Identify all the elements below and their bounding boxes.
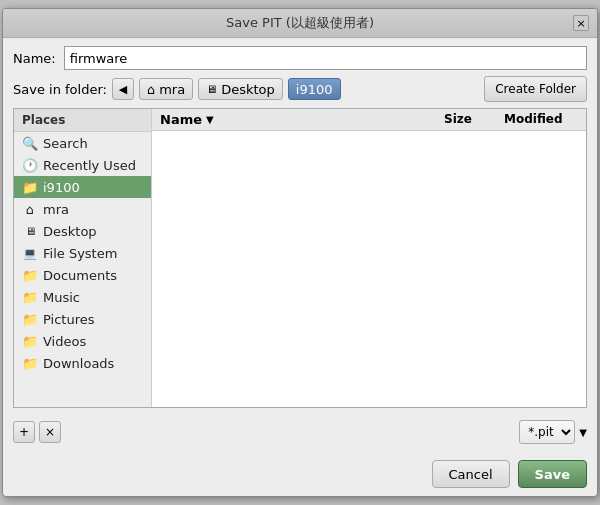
places-panel: Places 🔍 Search 🕐 Recently Used 📁 i9100 … (14, 109, 152, 407)
action-buttons: Cancel Save (3, 454, 597, 496)
pictures-icon: 📁 (22, 311, 38, 327)
add-place-button[interactable]: + (13, 421, 35, 443)
filesystem-icon: 💻 (22, 245, 38, 261)
sort-icon: ▼ (206, 114, 214, 125)
col-modified-header[interactable]: Modified (496, 109, 586, 130)
places-item-recently-used[interactable]: 🕐 Recently Used (14, 154, 151, 176)
titlebar: Save PIT (以超級使用者) × (3, 9, 597, 38)
name-input[interactable] (64, 46, 587, 70)
places-search-label: Search (43, 136, 88, 151)
folder-label: Save in folder: (13, 82, 107, 97)
search-icon: 🔍 (22, 135, 38, 151)
places-item-filesystem[interactable]: 💻 File System (14, 242, 151, 264)
folder-i9100-icon: 📁 (22, 179, 38, 195)
places-desktop-label: Desktop (43, 224, 97, 239)
downloads-icon: 📁 (22, 355, 38, 371)
save-dialog: Save PIT (以超級使用者) × Name: Save in folder… (2, 8, 598, 497)
breadcrumb-desktop-label: Desktop (221, 82, 275, 97)
breadcrumb-mra[interactable]: ⌂ mra (139, 78, 193, 100)
filter-dropdown-icon: ▼ (579, 427, 587, 438)
filter-area: *.pit *.* ▼ (519, 420, 587, 444)
places-i9100-label: i9100 (43, 180, 80, 195)
recently-used-icon: 🕐 (22, 157, 38, 173)
back-button[interactable]: ◀ (112, 78, 134, 100)
places-item-pictures[interactable]: 📁 Pictures (14, 308, 151, 330)
close-button[interactable]: × (573, 15, 589, 31)
documents-icon: 📁 (22, 267, 38, 283)
files-content (152, 131, 586, 407)
places-item-search[interactable]: 🔍 Search (14, 132, 151, 154)
places-filesystem-label: File System (43, 246, 117, 261)
places-item-music[interactable]: 📁 Music (14, 286, 151, 308)
home-mra-icon: ⌂ (22, 201, 38, 217)
col-name-header[interactable]: Name ▼ (152, 109, 436, 130)
filter-select[interactable]: *.pit *.* (519, 420, 575, 444)
places-documents-label: Documents (43, 268, 117, 283)
places-item-downloads[interactable]: 📁 Downloads (14, 352, 151, 374)
places-item-i9100[interactable]: 📁 i9100 (14, 176, 151, 198)
breadcrumb-i9100[interactable]: i9100 (288, 78, 341, 100)
cancel-button[interactable]: Cancel (432, 460, 510, 488)
col-size-header[interactable]: Size (436, 109, 496, 130)
files-panel: Name ▼ Size Modified (152, 109, 586, 407)
places-pictures-label: Pictures (43, 312, 94, 327)
home-icon: ⌂ (147, 82, 155, 97)
dialog-title: Save PIT (以超級使用者) (27, 14, 573, 32)
files-header: Name ▼ Size Modified (152, 109, 586, 131)
videos-icon: 📁 (22, 333, 38, 349)
places-item-mra[interactable]: ⌂ mra (14, 198, 151, 220)
name-label: Name: (13, 51, 56, 66)
places-mra-label: mra (43, 202, 69, 217)
places-item-videos[interactable]: 📁 Videos (14, 330, 151, 352)
breadcrumb-mra-label: mra (159, 82, 185, 97)
breadcrumb-desktop[interactable]: 🖥 Desktop (198, 78, 283, 100)
music-icon: 📁 (22, 289, 38, 305)
places-downloads-label: Downloads (43, 356, 114, 371)
places-actions: + × (13, 421, 61, 443)
name-row: Name: (13, 46, 587, 70)
main-area: Places 🔍 Search 🕐 Recently Used 📁 i9100 … (13, 108, 587, 408)
places-recently-used-label: Recently Used (43, 158, 136, 173)
remove-place-button[interactable]: × (39, 421, 61, 443)
places-item-desktop[interactable]: 🖥 Desktop (14, 220, 151, 242)
desktop-icon: 🖥 (206, 83, 217, 96)
create-folder-button[interactable]: Create Folder (484, 76, 587, 102)
places-item-documents[interactable]: 📁 Documents (14, 264, 151, 286)
places-videos-label: Videos (43, 334, 86, 349)
breadcrumb-i9100-label: i9100 (296, 82, 333, 97)
places-header: Places (14, 109, 151, 132)
col-name-label: Name (160, 112, 202, 127)
save-button[interactable]: Save (518, 460, 587, 488)
desktop-places-icon: 🖥 (22, 223, 38, 239)
folder-row: Save in folder: ◀ ⌂ mra 🖥 Desktop i9100 … (13, 76, 587, 102)
places-music-label: Music (43, 290, 80, 305)
